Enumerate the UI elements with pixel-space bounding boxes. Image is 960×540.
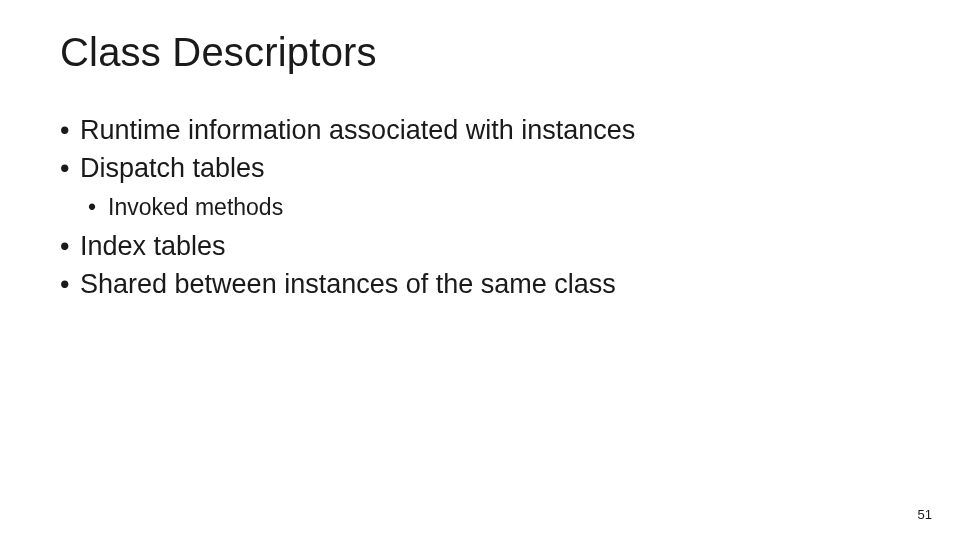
page-number: 51 <box>918 507 932 522</box>
bullet-item-runtime-info: Runtime information associated with inst… <box>60 113 900 149</box>
bullet-item-dispatch-tables: Dispatch tables <box>60 151 900 187</box>
bullet-item-index-tables: Index tables <box>60 229 900 265</box>
sub-bullet-item-invoked-methods: Invoked methods <box>88 192 900 223</box>
bullet-item-shared-instances: Shared between instances of the same cla… <box>60 267 900 303</box>
slide-container: Class Descriptors Runtime information as… <box>0 0 960 540</box>
bullet-list: Runtime information associated with inst… <box>60 113 900 303</box>
slide-title: Class Descriptors <box>60 30 900 75</box>
